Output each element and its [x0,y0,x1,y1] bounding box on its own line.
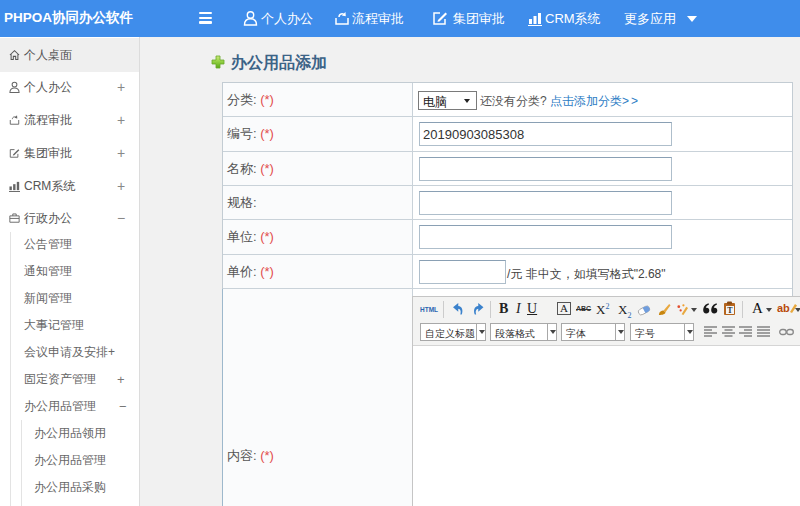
svg-text:T: T [727,306,733,315]
